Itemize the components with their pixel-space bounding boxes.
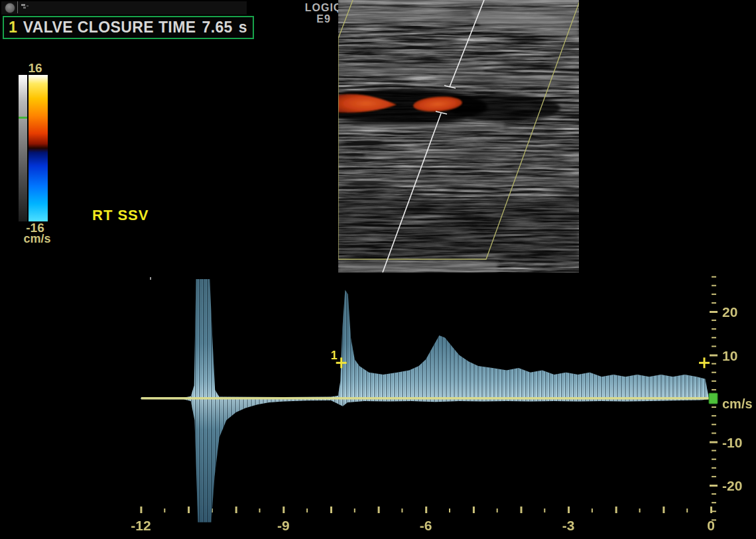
ultrasound-screen: 1 VALVE CLOSURE TIME 7.65 s LOGIQ E9 16 … <box>0 0 756 539</box>
baseline[interactable] <box>141 397 710 400</box>
time-tick-label: -12 <box>131 518 151 533</box>
sweep-marker-dot <box>150 277 151 280</box>
velocity-tick-label: 20 <box>722 304 737 320</box>
caliper-2[interactable] <box>699 357 710 368</box>
spectral-trace <box>141 279 708 522</box>
velocity-tick-label: -20 <box>722 478 742 493</box>
velocity-tick-label: 10 <box>722 348 737 363</box>
forward-flow-texture <box>141 279 708 398</box>
time-axis: -12-9-6-30 <box>131 507 715 533</box>
reverse-flow-texture <box>141 398 708 522</box>
velocity-unit-label: cm/s <box>722 396 753 411</box>
time-tick-label: -6 <box>420 518 432 533</box>
baseline-marker[interactable] <box>709 393 718 404</box>
time-tick-label: -3 <box>562 518 575 533</box>
caliper-label: 1 <box>331 349 338 362</box>
time-tick-label: -9 <box>277 518 290 533</box>
spectral-display: -12-9-6-30 2010-10-20cm/s 1 <box>0 0 756 539</box>
velocity-tick-label: -10 <box>722 435 742 450</box>
